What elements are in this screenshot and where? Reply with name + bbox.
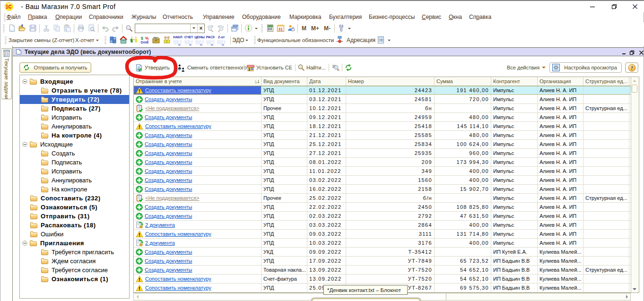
window-close-button[interactable] <box>627 1 643 12</box>
tree-item[interactable]: Отправить (31) <box>20 212 129 221</box>
grid-cell-date[interactable]: 13.09.2022 <box>307 275 346 283</box>
grid-cell-contragent[interactable]: Импульс <box>491 113 538 121</box>
grid-cell-sum[interactable]: 54 652,10 <box>435 266 491 274</box>
set-ce-button[interactable]: Установить СЕ <box>246 62 292 73</box>
grid-row[interactable]: Сопоставить номенклатуруУПД18.12.2021254… <box>134 122 639 131</box>
grid-cell-unit[interactable] <box>583 185 629 193</box>
grid-cell-action[interactable]: Сопоставить номенклатуру <box>134 122 261 130</box>
grid-cell-contragent[interactable]: Импульс <box>491 230 538 238</box>
action-link[interactable]: Создать документы <box>145 177 192 183</box>
action-link[interactable]: Создать документы <box>145 267 192 273</box>
grid-cell-date[interactable]: 27.12.2021 <box>307 149 346 157</box>
grid-cell-unit[interactable] <box>583 158 629 166</box>
grid-row[interactable]: <Не поддерживается>Прочее25.02.2022б/нИм… <box>134 194 639 203</box>
search-combobox[interactable]: × <box>135 24 205 33</box>
grid-cell-organization[interactable]: Кулиева Малей... <box>538 266 583 274</box>
grid-cell-number[interactable]: УТ-7849 <box>346 257 435 265</box>
grid-cell-contragent[interactable]: Импульс <box>491 194 538 202</box>
grid-cell-doc-type[interactable]: Прочее <box>261 104 307 112</box>
grid-cell-date[interactable]: 25.12.2021 <box>307 140 346 148</box>
save-button[interactable] <box>27 23 38 34</box>
grid-cell-unit[interactable]: Структурная ед... <box>583 266 629 274</box>
action-link[interactable]: 2 документа <box>145 240 175 246</box>
grid-cell-unit[interactable]: Структурная ед... <box>583 104 629 112</box>
window-restore-button[interactable] <box>606 1 622 12</box>
grid-row[interactable]: Сопоставить номенклатуруУПД01.12.2021244… <box>134 86 639 95</box>
grid-cell-action[interactable]: Создать документы <box>134 140 261 148</box>
grid-cell-contragent[interactable]: Импульс <box>491 212 538 220</box>
grid-cell-action[interactable]: Создать документы <box>134 149 261 157</box>
grid-cell-sum[interactable]: 108 825,80 <box>435 203 491 211</box>
grid-cell-contragent[interactable]: Импульс <box>491 122 538 130</box>
grid-cell-sum[interactable]: 400,00 <box>435 221 491 229</box>
grid-cell-doc-type[interactable]: УПД <box>261 131 307 139</box>
grid-cell-number[interactable]: УТ-7520 <box>346 266 435 274</box>
grid-cell-action[interactable]: Создать документы <box>134 167 261 175</box>
grid-cell-organization[interactable]: Алиев Н. А. ИП <box>538 194 583 202</box>
all-actions-button[interactable]: Все действия <box>507 62 546 73</box>
grid-cell-organization[interactable]: Алиев Н. А. ИП <box>538 230 583 238</box>
windows-list-button[interactable] <box>229 23 240 34</box>
grid-cell-date[interactable]: 11.01.2022 <box>307 167 346 175</box>
grid-cell-sum[interactable]: 400,00 <box>435 167 491 175</box>
action-link[interactable]: Создать документы <box>145 159 192 165</box>
menu-item-2[interactable]: Правка <box>28 14 47 20</box>
menu-item-1[interactable]: Файл <box>7 14 21 20</box>
grid-cell-sum[interactable]: 100 624,00 <box>435 140 491 148</box>
grid-cell-action[interactable]: <Не поддерживается> <box>134 104 261 112</box>
find-next-button[interactable] <box>205 23 216 34</box>
grid-cell-contragent[interactable]: Импульс <box>491 95 538 103</box>
grid-cell-organization[interactable]: Алиев Н. А. ИП <box>538 131 583 139</box>
tree-item[interactable]: Исходящие <box>20 140 129 149</box>
grid-cell-organization[interactable]: Алиев Н. А. ИП <box>538 185 583 193</box>
grid-row[interactable]: Создать документыУПД09.12.202124959480,0… <box>134 113 639 122</box>
grid-cell-unit[interactable] <box>583 86 629 95</box>
help-button[interactable]: ? <box>625 62 638 73</box>
action-link[interactable]: Создать документы <box>145 150 192 156</box>
grid-cell-contragent[interactable]: ИП Бадьин В.В <box>491 275 538 283</box>
grid-cell-contragent[interactable]: Импульс <box>491 104 538 112</box>
grid-cell-number[interactable]: 25935 <box>346 149 435 157</box>
grid-row[interactable]: Создать документыУПД25.12.202125834100 6… <box>134 140 639 149</box>
action-link[interactable]: Создать документы <box>145 204 192 210</box>
action-link[interactable]: Сопоставить номенклатуру <box>145 276 211 282</box>
grid-cell-doc-type[interactable]: УПД <box>261 95 307 103</box>
grid-row[interactable]: Создать документыУПД27.12.202125935960,0… <box>134 149 639 158</box>
grid-cell-action[interactable]: Создать документы <box>134 113 261 121</box>
tree-item[interactable]: Ошибки <box>20 230 129 239</box>
paste-button[interactable] <box>62 23 72 34</box>
grid-cell-action[interactable]: 2 документа <box>134 221 261 229</box>
vertical-scrollbar[interactable] <box>631 77 639 292</box>
toolbar-grip[interactable] <box>2 24 6 33</box>
tree-expander-icon[interactable] <box>22 79 27 84</box>
grid-cell-organization[interactable]: Алиев Н. А. ИП <box>538 158 583 166</box>
grid-row[interactable]: <Не поддерживается>Прочее10.12.2021бнИмп… <box>134 104 639 113</box>
partners-button[interactable] <box>129 35 139 45</box>
action-link[interactable]: 2 документа <box>145 222 175 228</box>
grid-cell-organization[interactable]: Кулиева Малей... <box>538 275 583 283</box>
window-minimize-button[interactable] <box>584 1 600 12</box>
find-button[interactable]: Найти... <box>297 62 326 73</box>
grid-cell-organization[interactable]: Алиев Н. А. ИП <box>538 176 583 184</box>
grid-cell-date[interactable]: 10.03.2022 <box>307 239 346 247</box>
grid-cell-date[interactable]: 21.12.2021 <box>307 131 346 139</box>
grid-cell-organization[interactable]: Алиев Н. А. ИП <box>538 95 583 103</box>
grid-cell-doc-type[interactable]: УПД <box>261 167 307 175</box>
grid-cell-doc-type[interactable]: УПД <box>261 176 307 184</box>
grid-cell-sum[interactable]: 69 575,30 <box>435 284 491 292</box>
grid-cell-date[interactable]: 13.09.2022 <box>307 266 346 274</box>
column-header[interactable]: Номер <box>346 77 435 86</box>
find-previous-button[interactable] <box>216 23 226 34</box>
grid-cell-doc-type[interactable]: УПД <box>261 113 307 121</box>
grid-cell-doc-type[interactable]: Счет-фактура <box>261 275 307 283</box>
grid-cell-date[interactable]: 09.12.2021 <box>307 113 346 121</box>
tree-item[interactable]: Исправить <box>20 167 129 176</box>
grid-cell-action[interactable]: 2 документа <box>134 239 261 247</box>
grid-cell-contragent[interactable]: Импульс <box>491 176 538 184</box>
service-info-button[interactable] <box>243 23 253 34</box>
redo-button[interactable] <box>110 23 121 34</box>
grid-cell-number[interactable]: 349 <box>346 167 435 175</box>
edo-button[interactable]: ЭДО <box>232 37 244 43</box>
search-clear-button[interactable]: × <box>197 24 204 33</box>
grid-cell-action[interactable]: Создать документы <box>134 266 261 274</box>
